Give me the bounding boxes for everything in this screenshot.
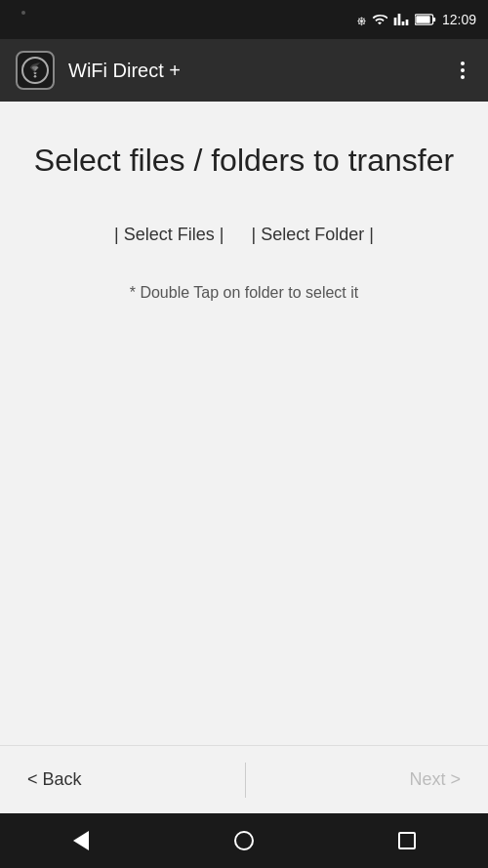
back-button[interactable]: < Back xyxy=(23,762,86,798)
app-icon-inner xyxy=(21,57,49,84)
svg-rect-2 xyxy=(416,16,429,23)
wifi-icon xyxy=(372,12,387,27)
app-bar: WiFi Direct + xyxy=(0,39,488,102)
signal-icon xyxy=(393,12,409,27)
select-title: Select files / folders to transfer xyxy=(34,141,454,182)
dot1 xyxy=(461,62,465,65)
dot2 xyxy=(461,68,465,72)
nav-home-button[interactable] xyxy=(221,817,267,864)
next-button[interactable]: Next > xyxy=(405,762,465,798)
home-circle-icon xyxy=(234,831,254,850)
status-bar-right: ⎈ 12:09 xyxy=(357,12,476,28)
divider xyxy=(245,763,246,798)
nav-recents-button[interactable] xyxy=(384,817,430,864)
back-triangle-icon xyxy=(73,831,89,850)
svg-point-4 xyxy=(34,75,37,78)
bottom-action-bar: < Back Next > xyxy=(0,745,488,813)
button-row: | Select Files | | Select Folder | xyxy=(110,217,378,253)
status-bar-left xyxy=(12,8,35,31)
time-display: 12:09 xyxy=(442,12,476,27)
recents-square-icon xyxy=(398,832,416,849)
main-content: Select files / folders to transfer | Sel… xyxy=(0,102,488,745)
battery-icon xyxy=(415,12,436,27)
android-nav-bar xyxy=(0,813,488,868)
app-icon xyxy=(16,51,55,90)
svg-rect-3 xyxy=(433,18,436,21)
app-title: WiFi Direct + xyxy=(68,60,453,82)
wifi-logo-icon xyxy=(24,62,46,78)
dot3 xyxy=(461,75,465,79)
overflow-menu-button[interactable] xyxy=(453,54,472,87)
nav-back-button[interactable] xyxy=(58,817,104,864)
svg-point-0 xyxy=(21,11,25,15)
status-bar: ⎈ 12:09 xyxy=(0,0,488,39)
select-folder-button[interactable]: | Select Folder | xyxy=(247,217,377,253)
bluetooth-icon: ⎈ xyxy=(357,12,366,28)
select-files-button[interactable]: | Select Files | xyxy=(110,217,227,253)
hint-text: * Double Tap on folder to select it xyxy=(130,284,359,302)
